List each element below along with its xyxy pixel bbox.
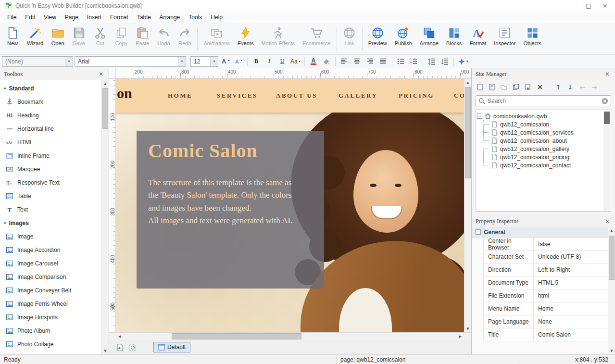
tree-page-row[interactable]: qwb12_comicsalon_contact [484, 161, 610, 169]
toolbar-inspector-button[interactable]: Inspector [490, 25, 519, 47]
bold-button[interactable]: B [251, 56, 262, 67]
numbered-list-button[interactable]: 123 [408, 56, 420, 67]
page-nav-gallery[interactable]: GALLERY [339, 92, 377, 100]
collapse-expander-icon[interactable]: − [477, 113, 482, 119]
property-value[interactable]: Comic Salon [534, 328, 608, 341]
toolbar-new-button[interactable]: New [2, 25, 23, 47]
toolbar-paste-button[interactable]: Paste [132, 25, 153, 47]
search-input[interactable] [488, 98, 599, 104]
tree-page-row[interactable]: qwb12_comicsalon_gallery [484, 145, 610, 153]
tree-page-row[interactable]: qwb12_comicsalon_about [484, 137, 610, 145]
font-color-button[interactable]: A [308, 56, 319, 67]
toolbox-item-table[interactable]: Table [0, 189, 100, 203]
toolbar-save-button[interactable]: Save [68, 25, 89, 47]
scroll-up-arrow[interactable]: ▲ [464, 79, 471, 86]
toolbar-objects-button[interactable]: Objects [519, 25, 545, 47]
toolbox-item-image-carousel[interactable]: Image Carousel [0, 257, 100, 270]
copy-page-button[interactable] [523, 82, 533, 92]
close-icon[interactable]: × [603, 71, 611, 77]
menu-edit[interactable]: Edit [21, 13, 39, 22]
property-value[interactable]: html [534, 289, 608, 302]
font-family-select[interactable]: Arial ▾ [75, 56, 186, 67]
page-logo-fragment[interactable]: on [117, 85, 132, 101]
scroll-up-arrow[interactable]: ▲ [102, 80, 109, 87]
align-right-button[interactable] [364, 56, 376, 67]
move-up-button[interactable]: ↑ [553, 82, 564, 92]
paragraph-spacing-button[interactable] [439, 56, 451, 67]
menu-format[interactable]: Format [106, 13, 133, 22]
toolbox-item-inline-frame[interactable]: Inline Frame [0, 149, 100, 163]
tree-page-row[interactable]: qwb12_comicsalon [484, 120, 610, 128]
scrollbar-thumb[interactable] [172, 333, 301, 339]
toolbar-animations-button[interactable]: Animations [200, 25, 233, 47]
hero-body[interactable]: The structure of this template is the sa… [148, 176, 313, 227]
close-button[interactable]: × [597, 0, 613, 12]
toolbar-arrange-button[interactable]: Arrange [416, 25, 442, 47]
scrollbar-thumb[interactable] [609, 236, 615, 280]
scroll-right-arrow[interactable]: ▶ [457, 333, 464, 340]
menu-file[interactable]: File [3, 13, 21, 22]
clear-search-icon[interactable] [602, 98, 608, 104]
collapse-expander-icon[interactable]: − [476, 229, 481, 235]
property-value[interactable]: Left-to-Right [534, 264, 608, 276]
toolbox-item-photo-album[interactable]: Photo Album [0, 324, 100, 338]
menu-arrange[interactable]: Arrange [155, 13, 185, 22]
tab-default-view[interactable]: Default [153, 342, 190, 352]
delete-page-button[interactable] [535, 82, 545, 92]
text-case-button[interactable]: Aa▾ [289, 56, 301, 67]
scroll-down-arrow[interactable]: ▼ [102, 347, 109, 354]
text-effects-button[interactable]: ▾ [457, 56, 469, 67]
tree-root-row[interactable]: − comicbooksalon.qwb [477, 112, 610, 120]
scroll-down-arrow[interactable]: ▼ [608, 347, 615, 354]
scrollbar-thumb[interactable] [465, 87, 471, 178]
decrease-font-size-button[interactable]: A [233, 56, 244, 67]
toolbox-section-images[interactable]: ▾ Images [0, 216, 100, 230]
menu-insert[interactable]: Insert [83, 13, 106, 22]
page-nav-services[interactable]: SERVICES [217, 92, 258, 100]
menu-view[interactable]: View [39, 13, 61, 22]
property-section-general[interactable]: − General [472, 227, 608, 238]
toolbox-item-image-conveyer-belt[interactable]: Image Conveyer Belt [0, 284, 100, 297]
toolbox-item-html[interactable]: </> HTML [0, 136, 100, 149]
toolbox-item-responsive-text[interactable]: Tt Responsive Text [0, 176, 100, 189]
toolbar-link-button[interactable]: Link [339, 25, 360, 47]
add-view-icon[interactable] [115, 342, 125, 352]
page-properties-button[interactable] [487, 82, 497, 92]
hero-title[interactable]: Comic Salon [148, 139, 313, 162]
scroll-up-arrow[interactable]: ▲ [608, 227, 615, 234]
maximize-button[interactable]: □ [580, 0, 597, 12]
toolbar-format-button[interactable]: A Format [465, 25, 490, 47]
close-icon[interactable]: × [603, 218, 611, 225]
property-value[interactable]: Unicode (UTF-8) [534, 251, 608, 263]
move-down-button[interactable]: ↓ [565, 82, 576, 92]
toolbox-item-image-accordion[interactable]: Image Accordion [0, 243, 100, 257]
toolbar-publish-button[interactable]: Publish [391, 25, 416, 47]
toolbox-item-horizontal-line[interactable]: Horizontal line [0, 122, 100, 136]
toolbar-redo-button[interactable]: Redo [174, 25, 195, 47]
move-right-button[interactable]: → [589, 82, 600, 92]
sync-views-icon[interactable] [127, 342, 137, 352]
property-value[interactable]: HTML 5 [534, 276, 608, 289]
align-center-button[interactable] [351, 56, 363, 67]
toolbox-item-bookmark[interactable]: Bookmark [0, 95, 100, 109]
new-page-button[interactable] [475, 82, 485, 92]
new-folder-button[interactable] [499, 82, 509, 92]
toolbar-cut-button[interactable]: Cut [89, 25, 111, 47]
close-icon[interactable]: × [97, 71, 105, 77]
menu-table[interactable]: Table [133, 13, 155, 22]
page-nav-contact[interactable]: CONTACT [454, 92, 464, 100]
page-canvas[interactable]: on HOME SERVICES ABOUT US GALLERY PRICIN… [116, 79, 464, 332]
hero-text-overlay[interactable]: Comic Salon The structure of this templa… [137, 131, 324, 289]
toolbar-open-button[interactable]: Open [47, 25, 68, 47]
toolbox-item-image-hotspots[interactable]: Image Hotspots [0, 311, 100, 324]
toolbar-preview-button[interactable]: Preview [364, 25, 391, 47]
underline-button[interactable]: U [276, 56, 288, 67]
toolbox-item-image-comparison[interactable]: Image Comparison [0, 270, 100, 284]
bullet-list-button[interactable] [395, 56, 407, 67]
menu-page[interactable]: Page [61, 13, 83, 22]
toolbar-undo-button[interactable]: Undo [153, 25, 174, 47]
page-nav-home[interactable]: HOME [168, 92, 192, 100]
toolbar-wizard-button[interactable]: Wizard [23, 25, 47, 47]
line-spacing-button[interactable] [426, 56, 438, 67]
scroll-left-arrow[interactable]: ◀ [116, 333, 123, 340]
